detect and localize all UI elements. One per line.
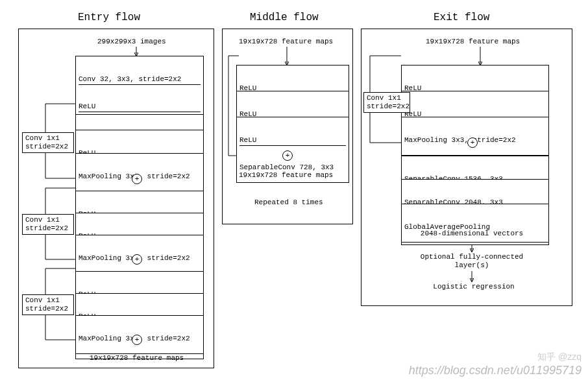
add-icon: +: [467, 137, 478, 148]
entry-out: 19x19x728 feature maps: [90, 354, 184, 362]
entry-skip1: Conv 1x1 stride=2x2: [22, 132, 74, 153]
entry-b1-pool: MaxPooling 3x3, stride=2x2: [75, 153, 204, 192]
entry-skip2: Conv 1x1 stride=2x2: [22, 214, 74, 235]
add-icon: +: [132, 174, 142, 184]
layer: ReLU: [239, 136, 346, 146]
exit-log: Logistic regression: [428, 283, 519, 291]
add-icon: +: [282, 150, 293, 161]
title-middle: Middle flow: [250, 12, 319, 23]
exit-skip: Conv 1x1 stride=2x2: [363, 92, 410, 113]
exit-fc: Optional fully-connected layer(s): [413, 253, 531, 270]
exit-b1-pool: MaxPooling 3x3, stride=2x2: [401, 117, 549, 156]
add-icon: +: [132, 254, 142, 265]
title-entry: Entry flow: [78, 12, 140, 23]
add-icon: +: [132, 335, 142, 345]
middle-input: 19x19x728 feature maps: [239, 38, 333, 46]
title-exit: Exit flow: [434, 12, 489, 23]
layer: ReLU: [79, 102, 201, 112]
exit-input: 19x19x728 feature maps: [426, 38, 520, 46]
watermark-author: 知乎 @zzq: [537, 351, 582, 363]
entry-b2-pool: MaxPooling 3x3, stride=2x2: [75, 235, 204, 274]
middle-note: Repeated 8 times: [254, 198, 323, 207]
entry-b3-pool: MaxPooling 3x3, stride=2x2: [75, 315, 204, 354]
middle-out: 19x19x728 feature maps: [239, 171, 333, 180]
entry-input: 299x299x3 images: [97, 38, 166, 46]
layer: Conv 32, 3x3, stride=2x2: [79, 75, 201, 85]
watermark-url: https://blog.csdn.net/u011995719: [409, 364, 582, 377]
entry-skip3: Conv 1x1 stride=2x2: [22, 294, 74, 315]
exit-vec: 2048-dimensional vectors: [417, 230, 527, 238]
